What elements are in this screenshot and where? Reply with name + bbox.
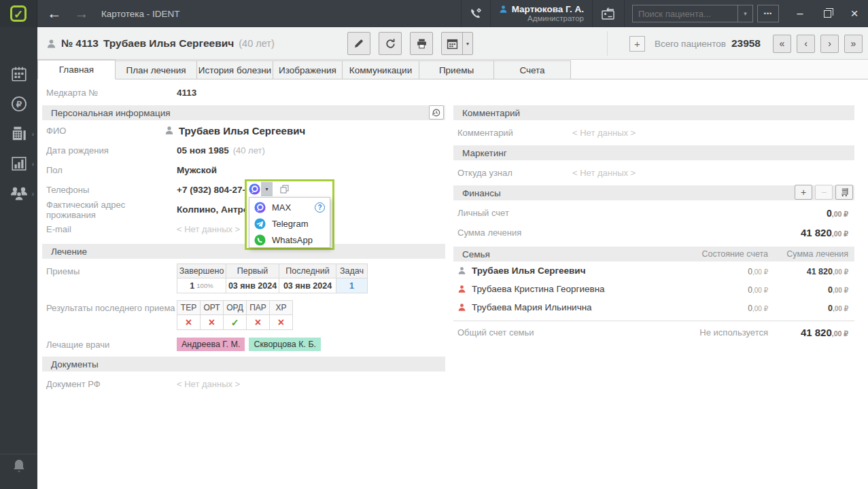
refresh-button[interactable]: [379, 32, 402, 55]
tab-treatment-plan[interactable]: План лечения: [116, 60, 197, 79]
family-member-row[interactable]: Трубаева Мария Ильинична 0,00 ₽ 0,00 ₽: [453, 298, 854, 316]
finance-add-button[interactable]: +: [795, 185, 812, 200]
history-button[interactable]: [429, 105, 444, 120]
fio-text: Трубаев Илья Сергеевич: [179, 125, 305, 137]
family-member-sum: 0,00 ₽: [828, 302, 848, 314]
current-user-button[interactable]: Мартюкова Г. А. Администратор: [490, 0, 592, 27]
prev-patient-button[interactable]: ‹: [797, 35, 815, 53]
sidebar-item-finance[interactable]: ₽: [0, 93, 37, 115]
open-calendar-button[interactable]: [442, 33, 462, 54]
schedule-icon: [10, 65, 28, 83]
window-title: Картотека - IDENT: [101, 0, 180, 27]
family-total-status: Не используется: [699, 327, 768, 338]
tab-medical-history[interactable]: История болезни: [197, 60, 273, 79]
bell-icon: [11, 458, 27, 475]
medcard-row: Медкарта № 4113: [42, 79, 445, 105]
ruble-icon: ₽: [10, 95, 28, 113]
finance-cart-button[interactable]: [835, 185, 853, 200]
restore-button[interactable]: [814, 0, 841, 27]
visits-first-value: 03 янв 2024: [226, 278, 279, 293]
calendar-chevron-button[interactable]: ▾: [462, 33, 472, 54]
results-col: ТЕР: [177, 301, 201, 315]
close-button[interactable]: ×: [841, 0, 868, 27]
sidebar-item-schedule[interactable]: [0, 63, 37, 85]
doctor-chip[interactable]: Скворцова К. Б.: [249, 338, 321, 351]
last-patient-button[interactable]: »: [844, 35, 863, 53]
menu-item-max[interactable]: MAX ?: [249, 199, 330, 215]
edit-patient-button[interactable]: [347, 32, 370, 55]
visits-completed-count: 1: [190, 281, 194, 291]
messenger-trigger-row: ▾: [247, 181, 332, 197]
next-patient-button[interactable]: ›: [820, 35, 839, 53]
visits-label: Приемы: [42, 264, 177, 276]
first-patient-button[interactable]: «: [773, 35, 791, 53]
section-family: Семья Состояние счета Сумма лечения: [453, 247, 854, 261]
finance-remove-button[interactable]: −: [815, 185, 833, 200]
family-member-sum: 41 820,00 ₽: [807, 265, 848, 277]
sidebar-item-staff[interactable]: ›: [0, 183, 37, 204]
search-dropdown-chevron-icon[interactable]: ▾: [737, 5, 752, 22]
header-divider: [607, 31, 608, 56]
visits-col-tasks: Задач: [336, 264, 368, 278]
family-total-row: Общий счет семьи Не используется 41 820,…: [453, 321, 854, 344]
family-total-amount: 41 820,00 ₽: [801, 327, 848, 339]
result-mark: ×: [247, 315, 270, 330]
telephony-button[interactable]: [461, 0, 490, 27]
sidebar-item-cashdesk[interactable]: ›: [0, 123, 37, 145]
visits-col-completed: Завершено: [177, 264, 226, 278]
patient-search: ▾ •••: [624, 0, 786, 27]
result-mark: ×: [270, 315, 293, 330]
tab-visits[interactable]: Приемы: [419, 60, 494, 79]
tab-images[interactable]: Изображения: [273, 60, 343, 79]
visits-table[interactable]: Завершено Первый Последний Задач 1 100% …: [177, 264, 368, 293]
card-arrow-icon: [600, 7, 617, 20]
chevron-right-icon: ›: [32, 160, 34, 168]
tab-invoices[interactable]: Счета: [494, 60, 571, 79]
history-nav: ← →: [37, 0, 90, 27]
family-member-row[interactable]: Трубаева Кристина Георгиевна 0,00 ₽ 0,00…: [453, 280, 854, 298]
visits-tasks-value[interactable]: 1: [336, 278, 368, 293]
printer-icon: [416, 38, 428, 50]
comment-label: Комментарий: [453, 128, 572, 138]
svg-text:₽: ₽: [16, 99, 22, 109]
sidebar-item-reports[interactable]: ›: [0, 153, 37, 175]
chevron-right-icon: ›: [32, 190, 34, 198]
finance-buttons: + −: [795, 185, 853, 200]
address-label: Фактический адрес проживания: [42, 200, 177, 220]
tab-communications[interactable]: Коммуникации: [343, 60, 419, 79]
medcard-value: 4113: [177, 88, 196, 98]
messenger-menu: MAX ? Telegram WhatsApp: [249, 197, 330, 248]
birth-label: Дата рождения: [42, 145, 177, 156]
tab-main[interactable]: Главная: [37, 60, 116, 79]
help-icon[interactable]: ?: [315, 202, 325, 213]
patient-extra-column: Комментарий Комментарий < Нет данных > М…: [453, 79, 854, 344]
menu-item-telegram[interactable]: Telegram: [249, 215, 330, 232]
max-icon[interactable]: [249, 183, 260, 195]
copy-icon[interactable]: [280, 185, 289, 194]
patient-number-sign: №: [61, 37, 73, 50]
visits-completed-value: 1 100%: [177, 278, 226, 293]
family-member-name: Трубаев Илья Сергеевич: [472, 266, 586, 276]
visits-col-last: Последний: [279, 264, 336, 278]
print-button[interactable]: [410, 32, 433, 55]
family-member-row[interactable]: Трубаев Илья Сергеевич 0,00 ₽ 41 820,00 …: [453, 261, 854, 280]
search-more-button[interactable]: •••: [757, 5, 779, 22]
treatment-sum-label: Сумма лечения: [453, 228, 572, 238]
back-arrow-icon[interactable]: ←: [46, 5, 63, 22]
app-logo-cell[interactable]: ✓: [0, 0, 37, 27]
doctor-chip[interactable]: Андреева Г. М.: [177, 338, 245, 351]
patient-card-button[interactable]: [592, 0, 624, 27]
doc-row: Документ РФ < Нет данных >: [42, 374, 445, 394]
birth-row: Дата рождения 05 ноя 1985 (40 лет): [42, 141, 445, 160]
patient-name: Трубаев Илья Сергеевич: [103, 37, 234, 50]
patient-info-column: Медкарта № 4113 Персональная информация …: [42, 79, 445, 394]
amount-main: 0: [827, 208, 832, 219]
restore-icon: [824, 10, 831, 18]
patient-search-input[interactable]: [633, 9, 737, 19]
forward-arrow-icon[interactable]: →: [73, 5, 90, 22]
menu-item-whatsapp[interactable]: WhatsApp: [249, 232, 330, 248]
sidebar-item-notifications[interactable]: [0, 456, 37, 477]
minimize-button[interactable]: –: [786, 0, 814, 27]
add-patient-button[interactable]: +: [629, 36, 645, 52]
messenger-chevron-button[interactable]: ▾: [261, 182, 273, 196]
